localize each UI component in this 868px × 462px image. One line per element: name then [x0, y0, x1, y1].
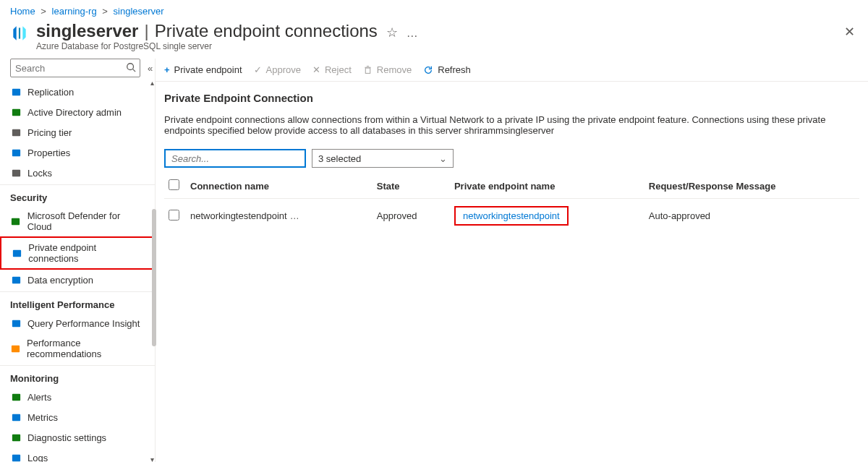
- sidebar-item-logs[interactable]: Logs: [0, 448, 155, 462]
- search-icon: [126, 62, 136, 72]
- row-checkbox[interactable]: [169, 210, 179, 221]
- sidebar-item-pricing[interactable]: Pricing tier: [0, 122, 155, 142]
- qpi-icon: [10, 317, 22, 329]
- sidebar-item-label: Query Performance Insight: [27, 318, 140, 329]
- sidebar-item-label: Pricing tier: [27, 127, 72, 138]
- state-filter-dropdown[interactable]: 3 selected ⌄: [312, 149, 454, 168]
- sidebar-item-label: Locks: [27, 168, 52, 179]
- page-title: Private endpoint connections: [155, 21, 378, 41]
- svg-rect-15: [12, 434, 20, 440]
- scrollbar-thumb[interactable]: [152, 209, 156, 346]
- sidebar-item-diag[interactable]: Diagnostic settings: [0, 427, 155, 448]
- svg-rect-11: [12, 320, 20, 326]
- collapse-sidebar-icon[interactable]: «: [148, 63, 153, 74]
- close-icon[interactable]: ✕: [844, 24, 855, 40]
- svg-rect-10: [12, 276, 20, 283]
- sidebar-item-properties[interactable]: Properties: [0, 142, 155, 163]
- col-connection[interactable]: Connection name: [186, 174, 373, 199]
- properties-icon: [10, 147, 22, 158]
- trash-icon: [363, 65, 373, 74]
- sidebar-item-metrics[interactable]: Metrics: [0, 407, 155, 427]
- col-message[interactable]: Request/Response Message: [644, 174, 859, 199]
- logs-icon: [10, 452, 22, 462]
- sidebar-item-pec[interactable]: Private endpoint connections: [0, 236, 155, 270]
- sidebar-item-defender[interactable]: Microsoft Defender for Cloud: [0, 206, 155, 236]
- col-endpoint[interactable]: Private endpoint name: [450, 174, 644, 199]
- sidebar-section-security: Security: [0, 184, 155, 206]
- replication-icon: [10, 86, 22, 98]
- favorite-icon[interactable]: ☆: [386, 25, 398, 40]
- sidebar-item-label: Data encryption: [27, 275, 93, 286]
- svg-rect-5: [12, 129, 20, 135]
- section-heading: Private Endpoint Connection: [164, 92, 859, 104]
- refresh-button[interactable]: Refresh: [423, 64, 471, 75]
- svg-rect-13: [12, 393, 20, 400]
- main-content: + Private endpoint ✓ Approve ✕ Reject Re…: [156, 59, 868, 462]
- svg-rect-3: [12, 88, 20, 95]
- svg-line-2: [133, 69, 136, 72]
- reject-button[interactable]: ✕ Reject: [312, 64, 352, 75]
- col-state[interactable]: State: [373, 174, 450, 199]
- diag-icon: [10, 432, 22, 443]
- connections-table: Connection name State Private endpoint n…: [164, 174, 859, 233]
- toolbar: + Private endpoint ✓ Approve ✕ Reject Re…: [156, 59, 868, 82]
- sidebar: « ReplicationActive Directory adminPrici…: [0, 59, 156, 462]
- sidebar-item-label: Performance recommendations: [27, 338, 145, 359]
- sidebar-item-ad-admin[interactable]: Active Directory admin: [0, 102, 155, 122]
- check-icon: ✓: [254, 64, 262, 75]
- sidebar-section-monitoring: Monitoring: [0, 365, 155, 387]
- breadcrumb-rg[interactable]: learning-rg: [52, 6, 97, 17]
- sidebar-item-perf-rec[interactable]: Performance recommendations: [0, 333, 155, 364]
- breadcrumb-resource[interactable]: singleserver: [114, 6, 164, 17]
- metrics-icon: [10, 411, 22, 423]
- approve-button[interactable]: ✓ Approve: [254, 64, 301, 75]
- remove-button[interactable]: Remove: [363, 64, 412, 75]
- scroll-down-icon[interactable]: ▾: [150, 455, 158, 462]
- sidebar-item-label: Properties: [27, 147, 70, 158]
- row-more-icon[interactable]: …: [290, 210, 299, 221]
- breadcrumb-home[interactable]: Home: [10, 6, 35, 17]
- refresh-icon: [423, 65, 433, 75]
- more-icon[interactable]: …: [407, 27, 419, 40]
- pricing-icon: [10, 127, 22, 138]
- sidebar-item-label: Diagnostic settings: [27, 432, 106, 443]
- table-row: networkingtestendpoint…Approvednetworkin…: [164, 199, 859, 234]
- page-header: singleserver | Private endpoint connecti…: [0, 20, 868, 59]
- defender-icon: [10, 215, 22, 227]
- sidebar-section-intelligent-performance: Intelligent Performance: [0, 291, 155, 313]
- sidebar-item-encryption[interactable]: Data encryption: [0, 270, 155, 290]
- add-private-endpoint-button[interactable]: + Private endpoint: [164, 64, 242, 75]
- sidebar-item-qpi[interactable]: Query Performance Insight: [0, 313, 155, 333]
- svg-rect-9: [13, 249, 21, 256]
- svg-rect-12: [12, 345, 20, 351]
- connection-name: networkingtestendpoint: [190, 210, 287, 221]
- sidebar-item-locks[interactable]: Locks: [0, 163, 155, 183]
- svg-rect-14: [12, 414, 20, 420]
- breadcrumb: Home > learning-rg > singleserver: [0, 0, 868, 20]
- endpoint-link[interactable]: networkingtestendpoint: [463, 210, 560, 221]
- resource-icon: [10, 24, 29, 43]
- resource-type: Azure Database for PostgreSQL single ser…: [36, 41, 858, 51]
- sidebar-item-label: Alerts: [27, 392, 51, 403]
- resource-name: singleserver: [36, 21, 138, 41]
- message-value: Auto-approved: [644, 199, 859, 234]
- sidebar-item-label: Active Directory admin: [27, 107, 122, 118]
- perf-rec-icon: [10, 343, 21, 354]
- svg-rect-0: [19, 27, 20, 38]
- sidebar-item-alerts[interactable]: Alerts: [0, 387, 155, 407]
- svg-rect-18: [365, 68, 370, 73]
- ad-admin-icon: [10, 106, 22, 118]
- chevron-down-icon: ⌄: [439, 153, 447, 164]
- sidebar-item-label: Replication: [27, 87, 74, 98]
- scroll-up-icon[interactable]: ▴: [150, 79, 158, 86]
- sidebar-item-label: Private endpoint connections: [28, 242, 143, 264]
- breadcrumb-sep: >: [102, 6, 108, 17]
- breadcrumb-sep: >: [41, 6, 46, 17]
- sidebar-item-label: Logs: [27, 453, 48, 463]
- select-all-checkbox[interactable]: [169, 179, 179, 190]
- sidebar-item-label: Microsoft Defender for Cloud: [27, 210, 145, 232]
- grid-search-input[interactable]: [164, 149, 306, 168]
- x-icon: ✕: [312, 64, 320, 75]
- sidebar-search-input[interactable]: [10, 59, 140, 77]
- sidebar-item-replication[interactable]: Replication: [0, 82, 155, 102]
